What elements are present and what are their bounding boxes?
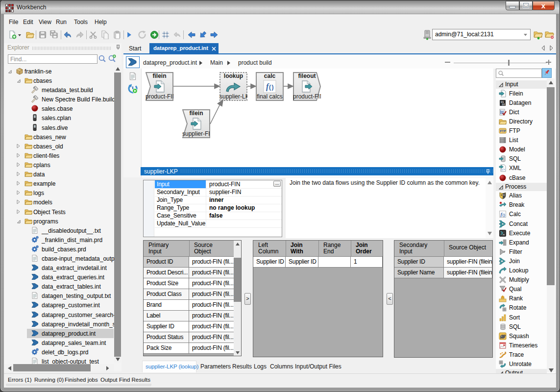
svg-text:s/>: s/> xyxy=(501,168,505,171)
svg-text:): ) xyxy=(504,213,505,217)
svg-text:x: x xyxy=(541,1,546,10)
svg-text:10: 10 xyxy=(502,103,505,106)
svg-text:FTP: FTP xyxy=(500,129,506,133)
